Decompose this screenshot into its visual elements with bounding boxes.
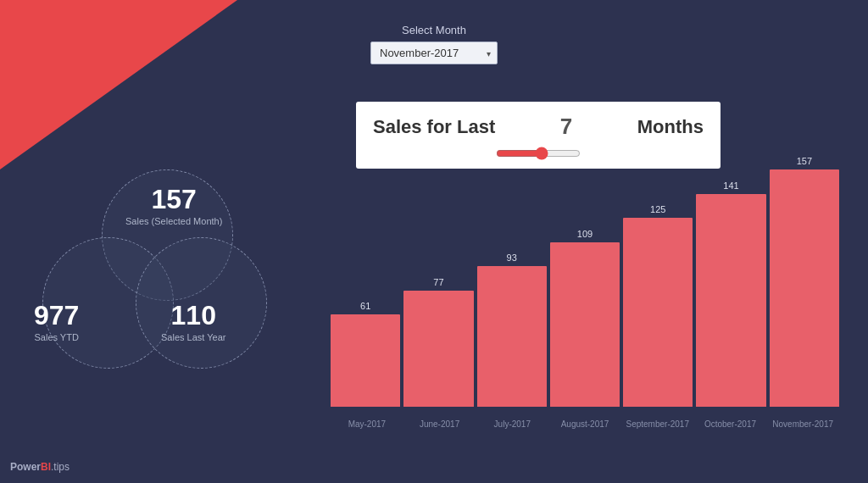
venn-left-sublabel: Sales YTD (34, 332, 79, 342)
bar-chart-area: 617793109125141157 May-2017June-2017July… (322, 110, 848, 432)
bar-value-label: 77 (433, 277, 443, 287)
bar (331, 314, 400, 407)
bar-value-label: 157 (797, 156, 812, 166)
bar (403, 291, 473, 407)
brand-power: Power (10, 461, 41, 473)
venn-top-number: 157 (125, 185, 222, 214)
bar (623, 218, 693, 407)
bar-value-label: 61 (360, 301, 370, 311)
bar (477, 266, 547, 407)
x-axis-label: June-2017 (403, 419, 476, 429)
venn-right-label: 110 Sales Last Year (161, 301, 225, 342)
x-axis-label: August-2017 (548, 419, 621, 429)
x-axis-label: May-2017 (331, 419, 403, 429)
bar-group: 77 (403, 277, 473, 407)
bar (770, 169, 839, 407)
month-dropdown[interactable]: November-2017 October-2017 September-201… (370, 42, 498, 64)
venn-top-sublabel: Sales (Selected Month) (125, 216, 222, 226)
month-dropdown-wrapper[interactable]: November-2017 October-2017 September-201… (370, 42, 498, 64)
bar-group: 61 (331, 301, 400, 407)
bars-container: 617793109125141157 (331, 144, 839, 407)
venn-diagram-area: 157 Sales (Selected Month) 977 Sales YTD… (25, 153, 314, 407)
bar (550, 242, 620, 407)
venn-right-sublabel: Sales Last Year (161, 332, 225, 342)
x-axis-label: October-2017 (694, 419, 767, 429)
bar-group: 141 (696, 180, 765, 407)
brand-tips: .tips (51, 461, 70, 473)
x-axis-label: November-2017 (766, 419, 839, 429)
x-axis-label: September-2017 (621, 419, 694, 429)
bar-value-label: 109 (577, 229, 593, 239)
select-month-area: Select Month November-2017 October-2017 … (370, 24, 498, 64)
venn-top-label: 157 Sales (Selected Month) (125, 185, 222, 226)
bar-group: 109 (550, 229, 620, 407)
brand-bi: BI (41, 461, 51, 473)
bar (696, 194, 765, 407)
venn-left-label: 977 Sales YTD (34, 301, 79, 342)
venn-right-number: 110 (161, 301, 225, 330)
bar-group: 157 (770, 156, 839, 407)
bar-group: 93 (477, 253, 547, 407)
x-labels-row: May-2017June-2017July-2017August-2017Sep… (331, 419, 839, 429)
bar-value-label: 141 (723, 180, 738, 191)
main-container: Select Month November-2017 October-2017 … (0, 0, 868, 483)
venn-left-number: 977 (34, 301, 79, 330)
powerbi-branding: PowerBI.tips (10, 461, 70, 473)
venn-circles: 157 Sales (Selected Month) 977 Sales YTD… (25, 153, 314, 390)
select-month-label: Select Month (402, 24, 466, 36)
x-axis-label: July-2017 (476, 419, 548, 429)
bar-value-label: 125 (650, 204, 665, 214)
bar-group: 125 (623, 204, 693, 407)
bar-value-label: 93 (507, 253, 517, 263)
